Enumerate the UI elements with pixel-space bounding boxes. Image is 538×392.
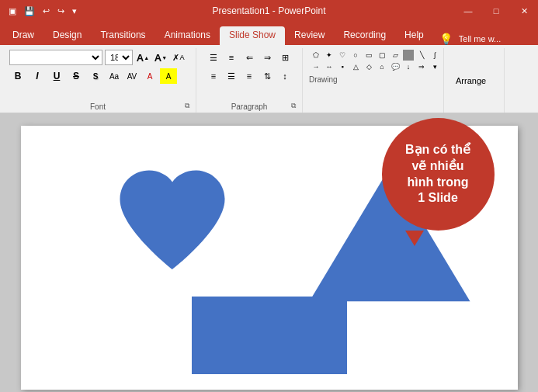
font-size-select[interactable]: 18 bbox=[105, 50, 133, 65]
font-group-label: Font bbox=[90, 101, 106, 113]
tab-design[interactable]: Design bbox=[43, 26, 91, 45]
slide-area: Bạn có thể vẽ nhiều hình trong 1 Slide bbox=[0, 113, 538, 392]
shape-fill[interactable] bbox=[403, 50, 414, 61]
shapes-more[interactable]: ▾ bbox=[429, 61, 440, 72]
shape-triangle[interactable]: △ bbox=[350, 61, 361, 72]
shape-rect[interactable]: ▭ bbox=[363, 50, 374, 61]
tab-slideshow[interactable]: Slide Show bbox=[220, 26, 285, 45]
highlight-button[interactable]: A bbox=[160, 68, 177, 84]
heart-shape[interactable] bbox=[114, 165, 231, 281]
maximize-button[interactable]: □ bbox=[482, 0, 510, 22]
lightbulb-icon: 💡 bbox=[439, 33, 453, 45]
align-right-button[interactable]: ≡ bbox=[241, 68, 257, 84]
tab-review[interactable]: Review bbox=[285, 26, 334, 45]
shape-trapezoid[interactable]: ⌂ bbox=[377, 61, 387, 72]
bold-button[interactable]: B bbox=[9, 68, 26, 84]
help-section: 💡 Tell me w... bbox=[433, 33, 507, 45]
paragraph-group: ☰ ≡ ⇐ ⇒ ⊞ ≡ ☰ ≡ ⇅ ↕ Paragraph ⧉ bbox=[196, 48, 303, 113]
font-group-expand[interactable]: ⧉ bbox=[185, 102, 194, 111]
minimize-button[interactable]: — bbox=[454, 0, 482, 22]
rectangle-shape[interactable] bbox=[192, 297, 347, 374]
tab-help[interactable]: Help bbox=[395, 26, 433, 45]
quick-access-toolbar: ▣ 💾 ↩ ↪ ▾ bbox=[0, 0, 79, 22]
window-title: Presentation1 - PowerPoint bbox=[212, 5, 325, 16]
shape-parallelogram[interactable]: ▱ bbox=[390, 50, 401, 61]
shape-small-rect[interactable]: ▪ bbox=[337, 61, 348, 72]
columns-button[interactable]: ⊞ bbox=[277, 50, 293, 65]
shape-down-arrow[interactable]: ↓ bbox=[403, 61, 414, 72]
shape-heart[interactable]: ♡ bbox=[337, 50, 348, 61]
title-bar: ▣ 💾 ↩ ↪ ▾ Presentation1 - PowerPoint — □… bbox=[0, 0, 538, 22]
slide-canvas: Bạn có thể vẽ nhiều hình trong 1 Slide bbox=[21, 126, 518, 390]
bullet-list-button[interactable]: ☰ bbox=[206, 50, 221, 65]
tab-transitions[interactable]: Transitions bbox=[91, 26, 154, 45]
font-shrink-button[interactable]: A▼ bbox=[153, 50, 168, 65]
shape-star[interactable]: ✦ bbox=[324, 50, 335, 61]
shape-rounded-rect[interactable]: ▢ bbox=[377, 50, 387, 61]
font-color-button[interactable]: A bbox=[142, 68, 158, 84]
undo-button[interactable]: ↩ bbox=[40, 5, 52, 18]
font-format-row: B I U S S Aa AV A A bbox=[9, 68, 177, 84]
align-center-button[interactable]: ☰ bbox=[224, 68, 239, 84]
case-button[interactable]: Aa bbox=[106, 68, 122, 84]
paragraph-row2: ≡ ☰ ≡ ⇅ ↕ bbox=[206, 68, 293, 84]
clear-format-button[interactable]: ✗A bbox=[171, 50, 186, 65]
font-group: 18 A▲ A▼ ✗A B I U S S Aa AV A A Font ⧉ bbox=[0, 48, 196, 113]
underline-button[interactable]: U bbox=[48, 68, 65, 84]
tab-recording[interactable]: Recording bbox=[334, 26, 395, 45]
ribbon-content: 18 A▲ A▼ ✗A B I U S S Aa AV A A Font ⧉ bbox=[0, 45, 538, 113]
shape-double-arrow[interactable]: ↔ bbox=[324, 61, 335, 72]
tab-animations[interactable]: Animations bbox=[155, 26, 220, 45]
tab-draw[interactable]: Draw bbox=[3, 26, 43, 45]
paragraph-group-label: Paragraph bbox=[231, 101, 268, 113]
shape-diamond[interactable]: ◇ bbox=[363, 61, 374, 72]
decrease-indent-button[interactable]: ⇐ bbox=[241, 50, 257, 65]
numbered-list-button[interactable]: ≡ bbox=[224, 50, 239, 65]
increase-indent-button[interactable]: ⇒ bbox=[259, 50, 275, 65]
speech-bubble: Bạn có thể vẽ nhiều hình trong 1 Slide bbox=[382, 118, 495, 231]
save-button[interactable]: 💾 bbox=[22, 5, 37, 18]
font-name-select[interactable] bbox=[9, 50, 102, 65]
shape-pentagon[interactable]: ⬠ bbox=[311, 50, 321, 61]
shape-line[interactable]: ╲ bbox=[416, 50, 427, 61]
shape-right-arrow[interactable]: ⇒ bbox=[416, 61, 427, 72]
arrange-button[interactable]: Arrange bbox=[450, 72, 491, 89]
text-direction-button[interactable]: ⇅ bbox=[259, 68, 275, 84]
close-button[interactable]: ✕ bbox=[510, 0, 538, 22]
app-icon: ▣ bbox=[6, 5, 19, 18]
line-spacing-button[interactable]: ↕ bbox=[277, 68, 293, 84]
drawing-group: ⬠ ✦ ♡ ○ ▭ ▢ ▱ ╲ ∫ → ↔ ▪ △ ◇ ⌂ 💬 ↓ ⇒ ▾ bbox=[303, 48, 505, 113]
drawing-group-label: Drawing bbox=[309, 74, 443, 85]
strikethrough-button[interactable]: S bbox=[68, 68, 85, 84]
shape-circle[interactable]: ○ bbox=[350, 50, 361, 61]
shape-curve[interactable]: ∫ bbox=[429, 50, 440, 61]
paragraph-row1: ☰ ≡ ⇐ ⇒ ⊞ bbox=[206, 50, 293, 65]
quick-access-dropdown[interactable]: ▾ bbox=[70, 5, 79, 18]
font-name-row: 18 A▲ A▼ ✗A bbox=[9, 50, 186, 65]
ribbon-tabs: Draw Design Transitions Animations Slide… bbox=[0, 22, 538, 45]
align-left-button[interactable]: ≡ bbox=[206, 68, 221, 84]
shape-arrow[interactable]: → bbox=[311, 61, 321, 72]
shadow-button[interactable]: S bbox=[87, 68, 104, 84]
shape-callout[interactable]: 💬 bbox=[390, 61, 401, 72]
window-controls: — □ ✕ bbox=[454, 0, 538, 22]
paragraph-group-expand[interactable]: ⧉ bbox=[291, 102, 300, 111]
tell-me-input[interactable]: Tell me w... bbox=[459, 34, 501, 43]
char-spacing-button[interactable]: AV bbox=[124, 68, 140, 84]
redo-button[interactable]: ↪ bbox=[55, 5, 67, 18]
font-grow-button[interactable]: A▲ bbox=[135, 50, 151, 65]
italic-button[interactable]: I bbox=[29, 68, 46, 84]
